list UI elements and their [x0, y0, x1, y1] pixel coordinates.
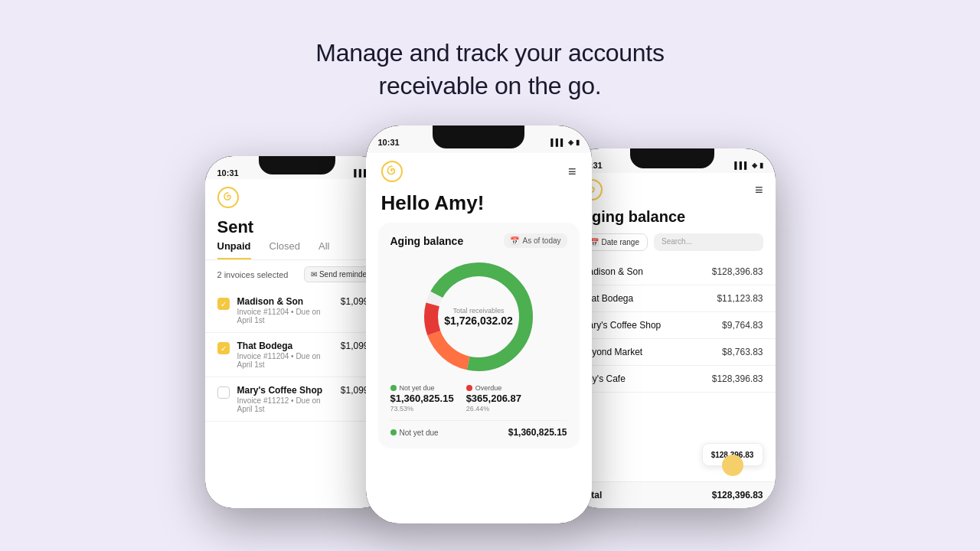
aging-card: Aging balance 📅 As of today: [378, 223, 580, 448]
client-amount-3: $8,763.83: [722, 347, 763, 357]
aging-header: Aging balance 📅 As of today: [390, 233, 567, 248]
client-amount-2: $9,764.83: [722, 320, 763, 331]
client-row-0[interactable]: Madison & Son $128,396.83: [569, 259, 776, 285]
tab-closed[interactable]: Closed: [270, 240, 300, 259]
phone-center-content: ≡ Hello Amy! Aging balance 📅 As of today: [366, 153, 592, 523]
dot-bottom: [390, 429, 397, 435]
invoice-item-0: ✓ Madison & Son Invoice #11204 • Due on …: [205, 289, 389, 333]
tabs-row: Unpaid Closed All: [205, 240, 389, 260]
signal-icon-right: ▌▌▌: [734, 161, 749, 169]
total-amount: $128,396.83: [712, 490, 763, 500]
aging-title-center: Aging balance: [390, 235, 464, 247]
phone-right-screen: 10:31 ▌▌▌ ◈ ▮ ≡ Aging: [569, 148, 776, 508]
tab-all[interactable]: All: [318, 240, 329, 259]
date-badge[interactable]: 📅 As of today: [504, 233, 567, 248]
dot-not-yet-due: [390, 385, 397, 391]
notch-right: [630, 148, 714, 168]
selected-count: 2 invoices selected: [217, 270, 289, 279]
selected-bar: 2 invoices selected ✉ Send reminder: [205, 260, 389, 289]
menu-icon-center[interactable]: ≡: [568, 164, 577, 180]
dot-overdue: [466, 385, 472, 391]
donut-center: Total receivables $1,726,032.02: [444, 307, 513, 327]
checkbox-1[interactable]: ✓: [217, 342, 230, 354]
client-row-4[interactable]: July's Cafe $128,396.83: [569, 366, 776, 393]
bottom-row: Not yet due $1,360,825.15: [390, 420, 567, 438]
donut-value: $1,726,032.02: [444, 315, 513, 327]
tooltip-dot: [722, 455, 743, 476]
checkbox-0[interactable]: ✓: [217, 298, 230, 310]
calendar-icon: 📅: [510, 236, 519, 245]
legend-row: Not yet due $1,360,825.15 73.53% Overdue…: [390, 384, 567, 412]
invoice-sub-1: Invoice #11204 • Due on April 1st: [237, 352, 333, 369]
notch-center: [433, 126, 524, 148]
right-aging-title: Aging balance: [569, 205, 776, 233]
invoice-name-2: Mary's Coffee Shop: [237, 385, 333, 396]
client-row-2[interactable]: Mary's Coffee Shop $9,764.83: [569, 312, 776, 339]
phone-left-screen: 10:31 ▌▌▌ ◈ Sent: [205, 156, 389, 508]
wifi-icon-right: ◈: [752, 161, 757, 169]
headline-line2: receivable on the go.: [379, 72, 602, 99]
donut-label: Total receivables: [444, 307, 513, 315]
invoice-item-2: Mary's Coffee Shop Invoice #11212 • Due …: [205, 377, 389, 422]
client-name-2: Mary's Coffee Shop: [581, 320, 662, 331]
greeting: Hello Amy!: [366, 187, 592, 223]
signal-icon-center: ▌▌▌: [550, 139, 565, 146]
invoice-item-1: ✓ That Bodega Invoice #11204 • Due on Ap…: [205, 333, 389, 377]
status-icons-center: ▌▌▌ ◈ ▮: [550, 139, 579, 146]
headline-line1: Manage and track your accounts: [315, 39, 664, 67]
search-input-right[interactable]: Search...: [654, 233, 763, 251]
headline: Manage and track your accounts receivabl…: [315, 37, 664, 103]
client-row-3[interactable]: Beyond Market $8,763.83: [569, 339, 776, 366]
client-amount-0: $128,396.83: [712, 266, 763, 277]
phone-left-content: Sent Unpaid Closed All 2 invoices select…: [205, 179, 389, 508]
legend-not-yet-due: Not yet due $1,360,825.15 73.53%: [390, 384, 454, 412]
invoice-name-1: That Bodega: [237, 341, 333, 351]
battery-icon-center: ▮: [576, 139, 580, 146]
phone-right-content: ≡ Aging balance 📅 Date range Search...: [569, 173, 776, 508]
right-header: ≡: [569, 173, 776, 205]
notch-left: [259, 156, 335, 174]
phone-center-screen: 10:31 ▌▌▌ ◈ ▮ ≡ Hello: [366, 126, 592, 523]
donut-container: Total receivables $1,726,032.02: [390, 256, 567, 378]
invoice-sub-2: Invoice #11212 • Due on April 1st: [237, 396, 333, 413]
donut-chart: Total receivables $1,726,032.02: [417, 256, 540, 378]
reminder-icon: ✉: [311, 270, 317, 279]
checkbox-2[interactable]: [217, 386, 230, 399]
phone-center: 10:31 ▌▌▌ ◈ ▮ ≡ Hello: [366, 126, 592, 523]
bottom-amount: $1,360,825.15: [508, 427, 567, 438]
client-row-1[interactable]: That Bodega $11,123.83: [569, 285, 776, 312]
logo-center: [381, 161, 403, 182]
battery-icon-right: ▮: [760, 161, 763, 169]
total-bar: Total $128,396.83: [569, 481, 776, 508]
client-amount-1: $11,123.83: [717, 293, 763, 304]
invoice-name-0: Madison & Son: [237, 296, 333, 307]
invoice-sub-0: Invoice #11204 • Due on April 1st: [237, 308, 333, 324]
phones-row: 10:31 ▌▌▌ ◈ Sent: [205, 126, 776, 523]
legend-overdue: Overdue $365,206.87 26.44%: [466, 384, 521, 412]
center-header: ≡: [366, 153, 592, 187]
phone-right: 10:31 ▌▌▌ ◈ ▮ ≡ Aging: [569, 148, 776, 508]
filter-row: 📅 Date range Search...: [569, 233, 776, 259]
phone-left: 10:31 ▌▌▌ ◈ Sent: [205, 156, 389, 508]
bottom-label: Not yet due: [390, 429, 439, 437]
sent-title: Sent: [205, 213, 389, 240]
left-header: [205, 179, 389, 213]
logo-left: [217, 187, 239, 208]
status-icons-right: ▌▌▌ ◈ ▮: [734, 161, 763, 169]
client-amount-4: $128,396.83: [712, 373, 763, 384]
menu-icon-right[interactable]: ≡: [755, 182, 763, 198]
wifi-icon-center: ◈: [568, 139, 573, 146]
time-left: 10:31: [217, 168, 239, 178]
time-center: 10:31: [378, 138, 400, 147]
tab-unpaid[interactable]: Unpaid: [217, 240, 251, 259]
